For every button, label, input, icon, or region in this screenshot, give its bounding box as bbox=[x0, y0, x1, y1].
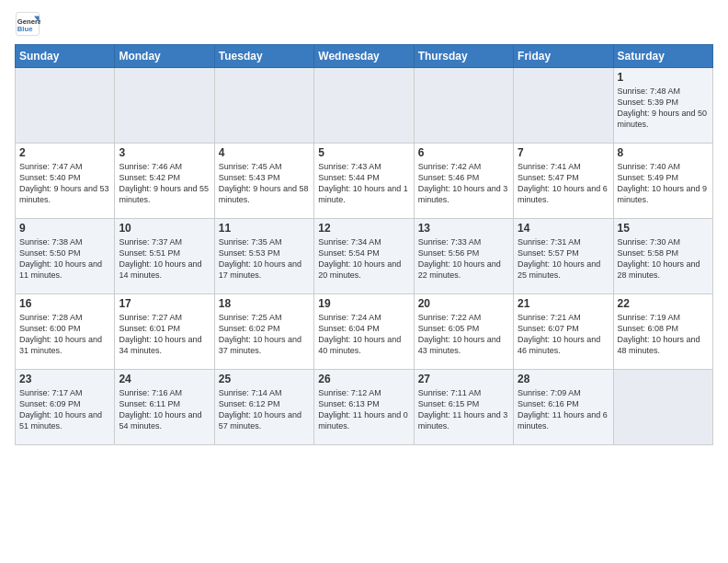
calendar-day-cell: 24Sunrise: 7:16 AM Sunset: 6:11 PM Dayli… bbox=[115, 370, 214, 445]
day-info: Sunrise: 7:47 AM Sunset: 5:40 PM Dayligh… bbox=[19, 161, 110, 206]
calendar-day-cell: 2Sunrise: 7:47 AM Sunset: 5:40 PM Daylig… bbox=[16, 144, 115, 219]
day-number: 11 bbox=[219, 222, 310, 235]
day-number: 19 bbox=[318, 297, 409, 310]
calendar-day-cell: 4Sunrise: 7:45 AM Sunset: 5:43 PM Daylig… bbox=[214, 144, 313, 219]
calendar-day-cell: 13Sunrise: 7:33 AM Sunset: 5:56 PM Dayli… bbox=[414, 219, 513, 294]
day-info: Sunrise: 7:34 AM Sunset: 5:54 PM Dayligh… bbox=[318, 236, 409, 282]
weekday-header-thursday: Thursday bbox=[414, 45, 513, 68]
day-number: 16 bbox=[19, 297, 110, 310]
day-info: Sunrise: 7:40 AM Sunset: 5:49 PM Dayligh… bbox=[618, 161, 709, 206]
day-info: Sunrise: 7:45 AM Sunset: 5:43 PM Dayligh… bbox=[219, 161, 310, 206]
day-info: Sunrise: 7:17 AM Sunset: 6:09 PM Dayligh… bbox=[19, 387, 110, 432]
day-number: 9 bbox=[19, 222, 110, 235]
calendar-day-cell: 21Sunrise: 7:21 AM Sunset: 6:07 PM Dayli… bbox=[514, 294, 613, 370]
day-info: Sunrise: 7:43 AM Sunset: 5:44 PM Dayligh… bbox=[318, 161, 409, 206]
day-number: 3 bbox=[119, 146, 210, 159]
calendar-day-cell: 3Sunrise: 7:46 AM Sunset: 5:42 PM Daylig… bbox=[115, 144, 214, 219]
weekday-header-saturday: Saturday bbox=[613, 45, 712, 68]
calendar-day-cell: 8Sunrise: 7:40 AM Sunset: 5:49 PM Daylig… bbox=[613, 144, 712, 219]
logo-icon: General Blue bbox=[15, 11, 40, 37]
calendar-day-cell: 16Sunrise: 7:28 AM Sunset: 6:00 PM Dayli… bbox=[16, 294, 115, 370]
day-number: 24 bbox=[119, 373, 210, 385]
calendar-day-cell: 17Sunrise: 7:27 AM Sunset: 6:01 PM Dayli… bbox=[115, 294, 214, 370]
day-number: 7 bbox=[518, 146, 609, 159]
day-info: Sunrise: 7:16 AM Sunset: 6:11 PM Dayligh… bbox=[119, 387, 210, 432]
day-info: Sunrise: 7:27 AM Sunset: 6:01 PM Dayligh… bbox=[119, 312, 210, 357]
header-row: General Blue bbox=[15, 11, 713, 37]
day-info: Sunrise: 7:31 AM Sunset: 5:57 PM Dayligh… bbox=[518, 236, 609, 282]
day-info: Sunrise: 7:37 AM Sunset: 5:51 PM Dayligh… bbox=[119, 236, 210, 282]
calendar-day-cell bbox=[314, 68, 414, 144]
day-info: Sunrise: 7:24 AM Sunset: 6:04 PM Dayligh… bbox=[318, 312, 409, 357]
calendar-day-cell: 22Sunrise: 7:19 AM Sunset: 6:08 PM Dayli… bbox=[613, 294, 712, 370]
weekday-header-sunday: Sunday bbox=[16, 45, 115, 68]
day-number: 20 bbox=[418, 297, 509, 310]
calendar-day-cell: 26Sunrise: 7:12 AM Sunset: 6:13 PM Dayli… bbox=[314, 370, 414, 445]
day-number: 13 bbox=[418, 222, 509, 235]
calendar-week-row: 23Sunrise: 7:17 AM Sunset: 6:09 PM Dayli… bbox=[16, 370, 713, 445]
calendar-day-cell: 18Sunrise: 7:25 AM Sunset: 6:02 PM Dayli… bbox=[214, 294, 313, 370]
calendar-week-row: 1Sunrise: 7:48 AM Sunset: 5:39 PM Daylig… bbox=[16, 68, 713, 144]
day-number: 18 bbox=[219, 297, 310, 310]
day-info: Sunrise: 7:22 AM Sunset: 6:05 PM Dayligh… bbox=[418, 312, 509, 357]
calendar-week-row: 16Sunrise: 7:28 AM Sunset: 6:00 PM Dayli… bbox=[16, 294, 713, 370]
calendar-day-cell: 6Sunrise: 7:42 AM Sunset: 5:46 PM Daylig… bbox=[414, 144, 513, 219]
day-info: Sunrise: 7:30 AM Sunset: 5:58 PM Dayligh… bbox=[618, 236, 709, 282]
calendar-day-cell bbox=[414, 68, 513, 144]
logo: General Blue bbox=[15, 11, 40, 37]
weekday-header-wednesday: Wednesday bbox=[314, 45, 414, 68]
calendar-day-cell: 20Sunrise: 7:22 AM Sunset: 6:05 PM Dayli… bbox=[414, 294, 513, 370]
day-number: 8 bbox=[618, 146, 709, 159]
day-info: Sunrise: 7:38 AM Sunset: 5:50 PM Dayligh… bbox=[19, 236, 110, 282]
day-number: 12 bbox=[318, 222, 409, 235]
day-number: 17 bbox=[119, 297, 210, 310]
day-number: 22 bbox=[618, 297, 709, 310]
day-number: 10 bbox=[119, 222, 210, 235]
day-info: Sunrise: 7:41 AM Sunset: 5:47 PM Dayligh… bbox=[518, 161, 609, 206]
calendar-day-cell bbox=[115, 68, 214, 144]
weekday-header-friday: Friday bbox=[514, 45, 613, 68]
day-info: Sunrise: 7:21 AM Sunset: 6:07 PM Dayligh… bbox=[518, 312, 609, 357]
calendar-day-cell bbox=[16, 68, 115, 144]
calendar-day-cell: 27Sunrise: 7:11 AM Sunset: 6:15 PM Dayli… bbox=[414, 370, 513, 445]
calendar-day-cell: 14Sunrise: 7:31 AM Sunset: 5:57 PM Dayli… bbox=[514, 219, 613, 294]
svg-text:Blue: Blue bbox=[17, 25, 33, 33]
day-number: 1 bbox=[618, 71, 709, 84]
day-number: 2 bbox=[19, 146, 110, 159]
calendar-table: SundayMondayTuesdayWednesdayThursdayFrid… bbox=[15, 44, 713, 445]
calendar-day-cell bbox=[613, 370, 712, 445]
day-number: 27 bbox=[418, 373, 509, 385]
day-info: Sunrise: 7:28 AM Sunset: 6:00 PM Dayligh… bbox=[19, 312, 110, 357]
page-container: General Blue SundayMondayTuesdayWednesda… bbox=[0, 0, 728, 453]
weekday-header-row: SundayMondayTuesdayWednesdayThursdayFrid… bbox=[16, 45, 713, 68]
calendar-day-cell bbox=[514, 68, 613, 144]
day-info: Sunrise: 7:25 AM Sunset: 6:02 PM Dayligh… bbox=[219, 312, 310, 357]
day-info: Sunrise: 7:33 AM Sunset: 5:56 PM Dayligh… bbox=[418, 236, 509, 282]
day-info: Sunrise: 7:46 AM Sunset: 5:42 PM Dayligh… bbox=[119, 161, 210, 206]
calendar-day-cell: 19Sunrise: 7:24 AM Sunset: 6:04 PM Dayli… bbox=[314, 294, 414, 370]
calendar-day-cell: 15Sunrise: 7:30 AM Sunset: 5:58 PM Dayli… bbox=[613, 219, 712, 294]
day-number: 21 bbox=[518, 297, 609, 310]
day-info: Sunrise: 7:35 AM Sunset: 5:53 PM Dayligh… bbox=[219, 236, 310, 282]
calendar-day-cell: 10Sunrise: 7:37 AM Sunset: 5:51 PM Dayli… bbox=[115, 219, 214, 294]
calendar-day-cell: 1Sunrise: 7:48 AM Sunset: 5:39 PM Daylig… bbox=[613, 68, 712, 144]
calendar-day-cell: 5Sunrise: 7:43 AM Sunset: 5:44 PM Daylig… bbox=[314, 144, 414, 219]
day-number: 25 bbox=[219, 373, 310, 385]
calendar-day-cell: 25Sunrise: 7:14 AM Sunset: 6:12 PM Dayli… bbox=[214, 370, 313, 445]
calendar-day-cell: 7Sunrise: 7:41 AM Sunset: 5:47 PM Daylig… bbox=[514, 144, 613, 219]
day-number: 15 bbox=[618, 222, 709, 235]
day-info: Sunrise: 7:19 AM Sunset: 6:08 PM Dayligh… bbox=[618, 312, 709, 357]
calendar-day-cell: 12Sunrise: 7:34 AM Sunset: 5:54 PM Dayli… bbox=[314, 219, 414, 294]
day-info: Sunrise: 7:48 AM Sunset: 5:39 PM Dayligh… bbox=[618, 86, 709, 131]
weekday-header-tuesday: Tuesday bbox=[214, 45, 313, 68]
calendar-day-cell: 28Sunrise: 7:09 AM Sunset: 6:16 PM Dayli… bbox=[514, 370, 613, 445]
day-number: 26 bbox=[318, 373, 409, 385]
day-number: 4 bbox=[219, 146, 310, 159]
weekday-header-monday: Monday bbox=[115, 45, 214, 68]
day-info: Sunrise: 7:11 AM Sunset: 6:15 PM Dayligh… bbox=[418, 387, 509, 432]
day-number: 23 bbox=[19, 373, 110, 385]
calendar-day-cell: 23Sunrise: 7:17 AM Sunset: 6:09 PM Dayli… bbox=[16, 370, 115, 445]
day-number: 5 bbox=[318, 146, 409, 159]
day-number: 14 bbox=[518, 222, 609, 235]
day-number: 28 bbox=[518, 373, 609, 385]
